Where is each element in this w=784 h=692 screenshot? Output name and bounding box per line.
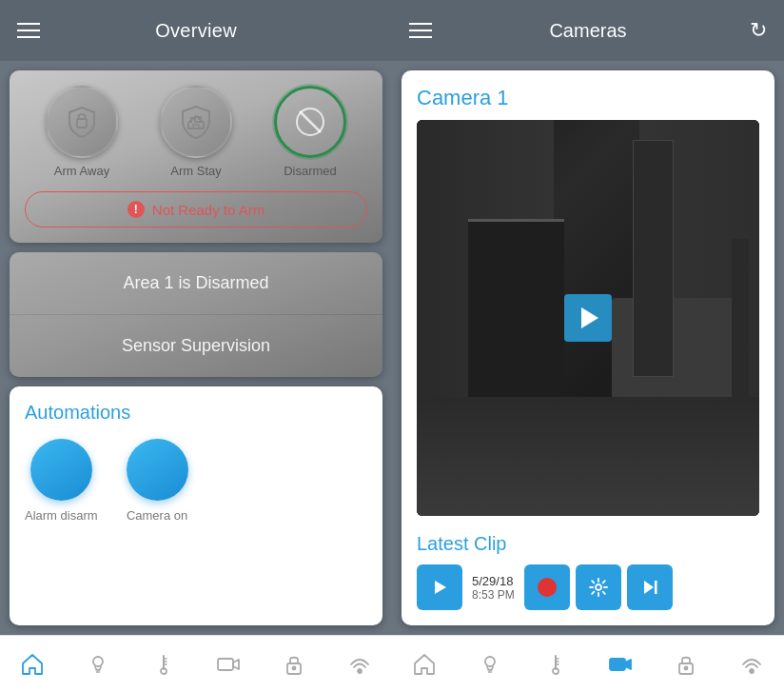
- nav-camera-left[interactable]: [206, 646, 250, 682]
- nav-lights-left[interactable]: [76, 646, 120, 682]
- svg-rect-12: [218, 659, 233, 670]
- latest-clip-section: Latest Clip 5/29/18 8:53 PM: [417, 533, 759, 610]
- svg-rect-0: [77, 119, 87, 128]
- svg-point-4: [93, 657, 103, 666]
- clip-info: 5/29/18 8:53 PM: [472, 574, 515, 602]
- svg-point-31: [750, 669, 754, 673]
- latest-clip-title: Latest Clip: [417, 533, 759, 555]
- nav-thermostat-left[interactable]: [142, 646, 186, 682]
- error-icon: !: [127, 201, 145, 218]
- svg-line-3: [300, 111, 321, 132]
- arm-away-button[interactable]: Arm Away: [46, 86, 118, 178]
- camera-play-button[interactable]: [564, 294, 612, 342]
- not-ready-text: Not Ready to Arm: [152, 202, 265, 218]
- arm-stay-label: Arm Stay: [170, 164, 221, 178]
- status-card: Area 1 is Disarmed Sensor Supervision: [10, 252, 382, 377]
- sofa: [612, 298, 742, 397]
- camera-card: Camera 1 05-29-2018 Tue 22:53:25 Latest …: [402, 70, 774, 625]
- nav-lights-right[interactable]: [468, 646, 512, 682]
- clip-controls: 5/29/18 8:53 PM: [417, 564, 759, 610]
- nav-home-left[interactable]: [10, 646, 54, 682]
- automations-card: Automations Alarm disarm Camera on: [10, 386, 382, 625]
- disarmed-label: Disarmed: [284, 164, 337, 178]
- menu-icon[interactable]: [17, 23, 40, 38]
- svg-point-30: [684, 666, 687, 669]
- nav-zwave-right[interactable]: [730, 646, 774, 682]
- clip-record-button[interactable]: [524, 564, 570, 610]
- left-panel: Overview Arm Away: [0, 0, 392, 692]
- svg-rect-1: [193, 125, 199, 129]
- arm-stay-button[interactable]: Arm Stay: [160, 86, 232, 178]
- right-bottom-nav: [392, 635, 784, 692]
- nav-home-right[interactable]: [402, 646, 446, 682]
- area-status-item: Area 1 is Disarmed: [10, 252, 382, 315]
- security-card: Arm Away Arm Stay: [10, 70, 382, 243]
- camera-title: Camera 1: [417, 86, 759, 110]
- cameras-title: Cameras: [549, 20, 626, 42]
- right-header: Cameras ↻: [392, 0, 784, 61]
- svg-marker-18: [644, 581, 654, 594]
- nav-thermostat-right[interactable]: [534, 646, 578, 682]
- sensor-status-text: Sensor Supervision: [29, 336, 363, 356]
- refresh-icon[interactable]: ↻: [750, 18, 767, 43]
- svg-marker-16: [435, 581, 446, 594]
- nav-lock-right[interactable]: [664, 646, 708, 682]
- alarm-disarm-label: Alarm disarm: [25, 508, 98, 523]
- svg-rect-19: [655, 581, 657, 594]
- room-floor: [417, 397, 759, 516]
- clip-settings-button[interactable]: [576, 564, 621, 610]
- arm-buttons-group: Arm Away Arm Stay: [25, 86, 367, 178]
- camera-on-button[interactable]: Camera on: [127, 439, 188, 523]
- clip-time: 8:53 PM: [472, 588, 515, 602]
- alarm-disarm-button[interactable]: Alarm disarm: [25, 439, 98, 523]
- svg-point-14: [292, 666, 295, 669]
- lamp: [732, 239, 749, 397]
- not-ready-button[interactable]: ! Not Ready to Arm: [25, 191, 367, 227]
- svg-point-17: [596, 584, 601, 590]
- fireplace: [468, 219, 564, 397]
- clip-play-button[interactable]: [417, 564, 462, 610]
- arm-stay-circle: [160, 86, 232, 158]
- clip-date: 5/29/18: [472, 574, 515, 588]
- arm-away-circle: [46, 86, 118, 158]
- area-status-text: Area 1 is Disarmed: [29, 273, 363, 293]
- disarmed-button[interactable]: Disarmed: [274, 86, 346, 178]
- automation-buttons-group: Alarm disarm Camera on: [25, 439, 367, 523]
- disarmed-circle: [274, 86, 346, 158]
- door: [633, 140, 674, 378]
- left-header: Overview: [0, 0, 392, 61]
- left-bottom-nav: [0, 635, 392, 692]
- camera-feed[interactable]: 05-29-2018 Tue 22:53:25: [417, 120, 759, 516]
- automations-title: Automations: [25, 402, 367, 424]
- right-panel: Cameras ↻ Camera 1 05-29-2018 Tue 22:53:…: [392, 0, 784, 692]
- clip-next-button[interactable]: [627, 564, 673, 610]
- svg-point-20: [485, 657, 495, 666]
- nav-zwave-left[interactable]: [338, 646, 382, 682]
- svg-rect-28: [610, 659, 625, 670]
- alarm-disarm-circle: [30, 439, 92, 501]
- nav-lock-left[interactable]: [272, 646, 316, 682]
- record-dot: [538, 578, 557, 597]
- nav-camera-right[interactable]: [598, 646, 642, 682]
- camera-on-label: Camera on: [127, 508, 187, 523]
- overview-title: Overview: [155, 20, 237, 42]
- camera-on-circle: [127, 439, 188, 501]
- sensor-status-item: Sensor Supervision: [10, 315, 382, 377]
- right-menu-icon[interactable]: [409, 23, 432, 38]
- arm-away-label: Arm Away: [54, 164, 109, 178]
- svg-point-15: [358, 669, 362, 673]
